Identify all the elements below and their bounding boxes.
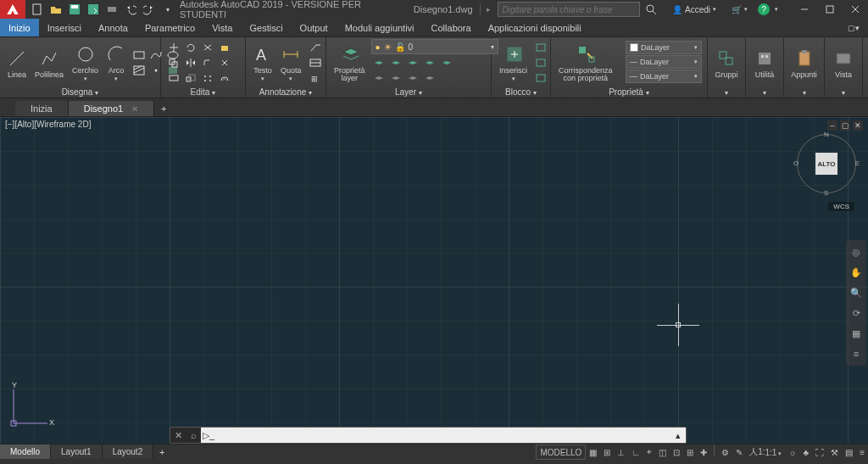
proprieta-layer-button[interactable]: Proprietà layer	[331, 42, 368, 83]
tab-gestisci[interactable]: Gestisci	[241, 19, 291, 36]
panel-utilita-title[interactable]	[746, 86, 783, 98]
tab-moduli[interactable]: Moduli aggiuntivi	[337, 19, 423, 36]
nav-showmotion-icon[interactable]: ▦	[849, 327, 863, 340]
cmdline-expand-icon[interactable]: ▴	[670, 428, 686, 443]
app-logo-icon[interactable]	[0, 0, 25, 19]
title-search-arrow[interactable]: ▸	[487, 5, 491, 14]
signin-button[interactable]: 👤 Accedi ▾	[667, 2, 721, 17]
array-icon[interactable]	[200, 71, 215, 85]
status-tool-7[interactable]: ⚒	[827, 444, 842, 460]
wcs-label[interactable]: WCS	[828, 202, 854, 211]
qat-undo-icon[interactable]	[122, 2, 139, 17]
arco-button[interactable]: Arco	[104, 42, 128, 83]
file-tab-inizia[interactable]: Inizia	[15, 101, 69, 116]
title-search-input[interactable]	[498, 2, 640, 17]
utilita-button[interactable]: Utilità	[753, 46, 777, 80]
nav-more-icon[interactable]: ≡	[849, 347, 863, 361]
layer-tool-5[interactable]	[439, 56, 454, 70]
fillet-icon[interactable]	[200, 56, 215, 70]
vp-maximize-icon[interactable]: ▢	[840, 120, 850, 131]
table-icon[interactable]	[308, 56, 323, 70]
status-annoscale[interactable]: 人1:1:1	[746, 444, 785, 460]
qat-save-icon[interactable]	[66, 2, 83, 17]
nav-pan-icon[interactable]: ✋	[849, 266, 863, 279]
status-snap-icon[interactable]: ⊞	[600, 444, 614, 460]
linea-button[interactable]: Linea	[5, 46, 29, 80]
vp-minimize-icon[interactable]: –	[827, 120, 837, 131]
tab-vista[interactable]: Vista	[203, 19, 241, 36]
tab-collabora[interactable]: Collabora	[423, 19, 480, 36]
qat-saveas-icon[interactable]	[85, 2, 102, 17]
status-dyn-icon[interactable]: ⊞	[683, 444, 697, 460]
minimize-button[interactable]	[792, 0, 817, 19]
testo-button[interactable]: A Testo	[251, 42, 275, 83]
mirror-icon[interactable]	[183, 56, 198, 70]
tab-app[interactable]: Applicazioni disponibili	[480, 19, 590, 36]
move-icon[interactable]	[166, 41, 181, 54]
lineweight-combo[interactable]: — DaLayer▾	[626, 55, 702, 69]
tab-output[interactable]: Output	[292, 19, 337, 36]
layer-tool-9[interactable]	[422, 71, 437, 85]
status-tool-2[interactable]: ✎	[732, 444, 746, 460]
layer-tool-7[interactable]	[388, 71, 403, 85]
hatch-icon[interactable]	[131, 64, 147, 77]
add-file-tab[interactable]: +	[154, 101, 173, 116]
gruppi-button[interactable]: Gruppi	[713, 46, 741, 80]
layer-tool-1[interactable]	[371, 56, 387, 70]
qat-dropdown-icon[interactable]: ▾	[159, 2, 176, 17]
status-tool-5[interactable]: ♣	[800, 444, 813, 460]
layer-tool-6[interactable]	[371, 71, 387, 85]
status-tool-8[interactable]: ▤	[842, 444, 856, 460]
qat-new-icon[interactable]	[29, 2, 46, 17]
trim-icon[interactable]	[200, 41, 215, 54]
status-menu-icon[interactable]: ≡	[856, 444, 868, 460]
status-ortho-icon[interactable]: ⊥	[614, 444, 628, 460]
viewcube[interactable]: ALTO N S E O	[797, 134, 856, 193]
quota-button[interactable]: Quota	[278, 42, 304, 83]
stretch-icon[interactable]	[166, 71, 181, 85]
close-tab-icon[interactable]: ✕	[131, 104, 138, 114]
panel-annot-title[interactable]: Annotazione	[246, 86, 326, 98]
rect-icon[interactable]	[131, 48, 147, 62]
exchange-icon[interactable]: 🛒▾	[726, 2, 753, 17]
cmdline-close-icon[interactable]: ✕	[170, 428, 186, 443]
offset-icon[interactable]	[217, 71, 232, 85]
status-osnap-icon[interactable]: ⌖	[643, 444, 655, 460]
viewcube-face[interactable]: ALTO	[815, 153, 837, 175]
leader-icon[interactable]	[308, 41, 323, 54]
vp-close-icon[interactable]: ✕	[853, 120, 863, 131]
layer-tool-2[interactable]	[388, 56, 403, 70]
nav-wheel-icon[interactable]: ◎	[849, 245, 863, 259]
panel-prop-title[interactable]: Proprietà	[551, 86, 707, 98]
match-props-button[interactable]: Corrispondenza con proprietà	[556, 42, 615, 83]
panel-layer-title[interactable]: Layer	[326, 86, 491, 98]
layer-tool-3[interactable]	[405, 56, 420, 70]
cmdline-customize-icon[interactable]: ⌕	[186, 428, 201, 443]
nav-zoom-icon[interactable]: 🔍	[849, 286, 863, 299]
layer-tool-8[interactable]	[405, 71, 420, 85]
status-polar-icon[interactable]: ∟	[628, 444, 643, 460]
panel-vista-title[interactable]	[825, 86, 862, 98]
add-layout-tab[interactable]: +	[153, 444, 170, 459]
search-icon[interactable]	[640, 2, 662, 17]
erase-icon[interactable]	[217, 41, 232, 54]
ucs-icon[interactable]: Y X	[5, 381, 56, 432]
layer-combo[interactable]: ● ☀ 🔓 0 ▾	[371, 39, 498, 54]
panel-appunti-title[interactable]	[784, 86, 824, 98]
tab-annota[interactable]: Annota	[90, 19, 136, 36]
layout-tab-layout2[interactable]: Layout2	[103, 444, 154, 459]
create-block-icon[interactable]	[533, 41, 548, 54]
polilinea-button[interactable]: Polilinea	[32, 46, 66, 80]
nav-orbit-icon[interactable]: ⟳	[849, 306, 863, 320]
layout-tab-layout1[interactable]: Layout1	[51, 444, 103, 459]
panel-blocco-title[interactable]: Blocco	[492, 86, 550, 98]
qat-plot-icon[interactable]	[103, 2, 120, 17]
status-model[interactable]: MODELLO	[536, 444, 586, 460]
vista-button[interactable]: Vista	[832, 46, 855, 80]
status-tool-6[interactable]: ⛶	[812, 444, 827, 460]
tab-inserisci[interactable]: Inserisci	[39, 19, 90, 36]
status-tool-1[interactable]: ⚙	[718, 444, 732, 460]
status-tool-4[interactable]: ☼	[785, 444, 799, 460]
ribbon-expand-icon[interactable]: ▢▾	[839, 19, 868, 36]
inserisci-button[interactable]: Inserisci	[497, 42, 530, 83]
